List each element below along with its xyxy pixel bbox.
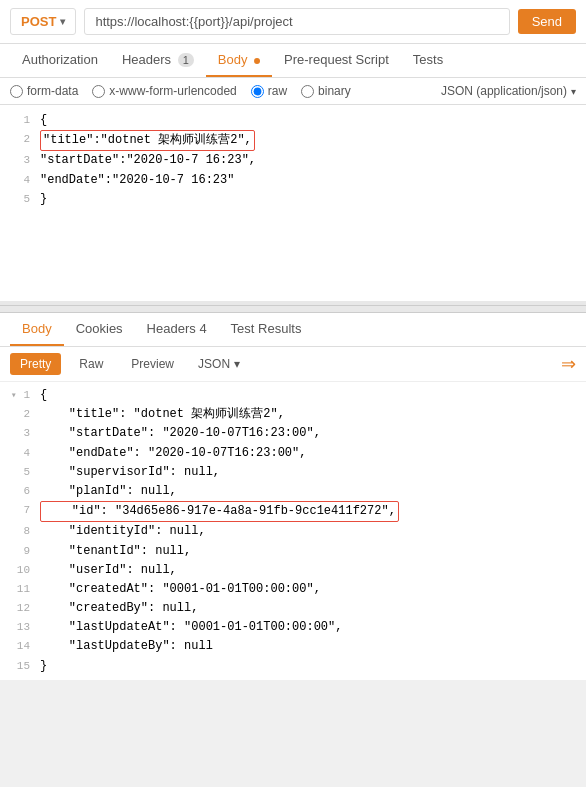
highlighted-code-segment: "title":"dotnet 架构师训练营2", [40, 130, 255, 151]
code-line: 13 "lastUpdateAt": "0001-01-01T00:00:00"… [0, 618, 586, 637]
line-number: 5 [6, 463, 30, 482]
resp-tab-body[interactable]: Body [10, 313, 64, 346]
code-line: 2 "title": "dotnet 架构师训练营2", [0, 405, 586, 424]
line-number: 1 [6, 111, 30, 130]
code-line: 4 "endDate": "2020-10-07T16:23:00", [0, 444, 586, 463]
response-code-viewer: ▾ 1{2 "title": "dotnet 架构师训练营2",3 "start… [0, 382, 586, 680]
urlencoded-option[interactable]: x-www-form-urlencoded [92, 84, 236, 98]
code-line: 9 "tenantId": null, [0, 542, 586, 561]
code-line: 15} [0, 657, 586, 676]
code-line: ▾ 1{ [0, 386, 586, 405]
tab-body[interactable]: Body [206, 44, 272, 77]
method-chevron-icon: ▾ [60, 16, 65, 27]
code-line: 7 "id": "34d65e86-917e-4a8a-91fb-9cc1e41… [0, 501, 586, 522]
fmt-raw-button[interactable]: Raw [69, 353, 113, 375]
response-action-icon[interactable]: ⇒ [561, 353, 576, 375]
line-number: 3 [6, 151, 30, 170]
json-type-selector[interactable]: JSON (application/json) ▾ [441, 84, 576, 98]
resp-json-chevron-icon: ▾ [234, 357, 240, 371]
code-line: 6 "planId": null, [0, 482, 586, 501]
line-number: 6 [6, 482, 30, 501]
binary-option[interactable]: binary [301, 84, 351, 98]
line-number: 15 [6, 657, 30, 676]
code-line: 10 "userId": null, [0, 561, 586, 580]
http-method-button[interactable]: POST ▾ [10, 8, 76, 35]
line-number: 4 [6, 171, 30, 190]
response-json-type-selector[interactable]: JSON ▾ [198, 357, 240, 371]
code-line: 5} [0, 190, 586, 209]
code-line: 12 "createdBy": null, [0, 599, 586, 618]
code-line: 2"title":"dotnet 架构师训练营2", [0, 130, 586, 151]
tab-authorization[interactable]: Authorization [10, 44, 110, 77]
line-number: 12 [6, 599, 30, 618]
code-line: 3"startDate":"2020-10-7 16:23", [0, 151, 586, 170]
resp-tab-testresults[interactable]: Test Results [219, 313, 314, 346]
code-line: 8 "identityId": null, [0, 522, 586, 541]
line-number: 3 [6, 424, 30, 443]
raw-option[interactable]: raw [251, 84, 287, 98]
line-number: 14 [6, 637, 30, 656]
line-number: 9 [6, 542, 30, 561]
form-data-option[interactable]: form-data [10, 84, 78, 98]
code-line: 3 "startDate": "2020-10-07T16:23:00", [0, 424, 586, 443]
panel-divider [0, 305, 586, 313]
line-number: 7 [6, 501, 30, 520]
method-label: POST [21, 14, 56, 29]
headers-badge: 1 [178, 53, 194, 67]
line-number: 8 [6, 522, 30, 541]
code-line: 1{ [0, 111, 586, 130]
highlighted-code-segment: "id": "34d65e86-917e-4a8a-91fb-9cc1e411f… [40, 501, 399, 522]
fmt-pretty-button[interactable]: Pretty [10, 353, 61, 375]
request-tabs: Authorization Headers 1 Body Pre-request… [0, 44, 586, 78]
line-number: 5 [6, 190, 30, 209]
line-number: 4 [6, 444, 30, 463]
line-number: ▾ 1 [6, 386, 30, 405]
code-line: 14 "lastUpdateBy": null [0, 637, 586, 656]
resp-tab-headers[interactable]: Headers 4 [135, 313, 219, 346]
body-dot-indicator [254, 58, 260, 64]
line-number: 13 [6, 618, 30, 637]
tab-tests[interactable]: Tests [401, 44, 455, 77]
response-format-bar: Pretty Raw Preview JSON ▾ ⇒ [0, 347, 586, 382]
code-line: 5 "supervisorId": null, [0, 463, 586, 482]
tab-headers[interactable]: Headers 1 [110, 44, 206, 77]
request-toolbar: POST ▾ Send [0, 0, 586, 44]
code-line: 11 "createdAt": "0001-01-01T00:00:00", [0, 580, 586, 599]
tab-prerequest[interactable]: Pre-request Script [272, 44, 401, 77]
request-code-editor[interactable]: 1{2"title":"dotnet 架构师训练营2",3"startDate"… [0, 105, 586, 305]
line-number: 11 [6, 580, 30, 599]
line-number: 2 [6, 130, 30, 149]
line-number: 10 [6, 561, 30, 580]
resp-headers-badge: 4 [199, 321, 206, 336]
url-input[interactable] [84, 8, 509, 35]
resp-tab-cookies[interactable]: Cookies [64, 313, 135, 346]
send-button[interactable]: Send [518, 9, 576, 34]
body-options-bar: form-data x-www-form-urlencoded raw bina… [0, 78, 586, 105]
code-line: 4"endDate":"2020-10-7 16:23" [0, 171, 586, 190]
line-number: 2 [6, 405, 30, 424]
response-tabs: Body Cookies Headers 4 Test Results [0, 313, 586, 347]
fmt-preview-button[interactable]: Preview [121, 353, 184, 375]
json-type-chevron-icon: ▾ [571, 86, 576, 97]
